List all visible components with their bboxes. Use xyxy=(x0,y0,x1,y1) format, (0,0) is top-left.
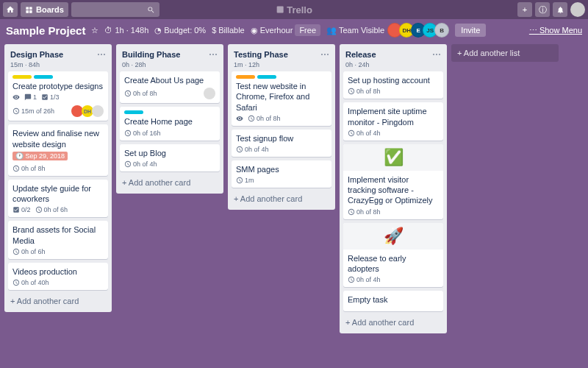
list-menu-icon[interactable]: ⋯ xyxy=(320,49,329,60)
board-time: ⏱ 1h · 148h xyxy=(104,26,148,35)
plus-icon[interactable]: + xyxy=(517,2,532,17)
board-members: DHEJSB xyxy=(390,23,449,38)
card-members: DH xyxy=(73,105,104,117)
list: Design Phase⋯15m · 84hCreate prototype d… xyxy=(4,44,112,312)
budget-label: ◔ Budget: 0% xyxy=(154,26,206,35)
card[interactable]: Test signup flow0h of 4h xyxy=(232,130,331,157)
time-badge: 15m of 26h xyxy=(12,107,54,115)
time-badge: 0h of 4h xyxy=(348,130,381,137)
comment-badge: 1 xyxy=(24,93,37,101)
star-icon[interactable]: ☆ xyxy=(91,26,98,35)
label xyxy=(236,75,255,79)
list: Testing Phase⋯1m · 12hTest new website i… xyxy=(228,44,335,210)
time-badge: 0h of 6h xyxy=(35,206,68,213)
due-badge: 🕐 Sep 29, 2018 xyxy=(12,152,68,160)
card[interactable]: 🚀Release to early adopters0h of 4h xyxy=(343,223,443,288)
card-labels xyxy=(236,75,327,79)
show-menu-button[interactable]: ⋯ Show Menu xyxy=(529,26,582,35)
list-title: Release xyxy=(345,50,376,59)
label xyxy=(124,110,143,114)
card[interactable]: ✅Implement visitor tracking software - C… xyxy=(343,144,443,219)
list: Building Phase⋯0h · 28hCreate About Us p… xyxy=(116,44,223,194)
bell-icon[interactable] xyxy=(553,2,567,17)
user-avatar[interactable] xyxy=(570,2,585,17)
card-title: Set up Blog xyxy=(124,148,215,158)
card[interactable]: Implement site uptime monitor - Pingdom0… xyxy=(343,102,443,141)
card-title: Test new website in Chrome, Firefox and … xyxy=(236,81,327,113)
card-badges: 0/20h of 6h xyxy=(12,206,104,213)
card[interactable]: SMM pages1m xyxy=(232,160,331,188)
search-input[interactable] xyxy=(71,2,159,17)
add-list-button[interactable]: + Add another list xyxy=(451,44,559,62)
trello-logo: Trello xyxy=(276,4,312,15)
card[interactable]: Create Home page0h of 16h xyxy=(120,107,220,140)
home-icon[interactable] xyxy=(3,2,18,17)
list-subtitle: 0h · 28h xyxy=(120,61,220,71)
member-avatar[interactable]: B xyxy=(434,23,449,38)
billable-label: $ Billable xyxy=(212,26,245,35)
time-badge: 0h of 4h xyxy=(236,146,269,153)
card-badges: 0h of 8h xyxy=(124,88,215,99)
card[interactable]: Empty task xyxy=(343,291,443,311)
time-badge: 0h of 4h xyxy=(124,160,157,168)
info-icon[interactable]: ⓘ xyxy=(535,2,550,17)
eye-badge xyxy=(12,93,20,101)
card-badges: 0h of 40h xyxy=(12,279,104,286)
label xyxy=(12,75,32,79)
card-title: Create Home page xyxy=(124,116,215,127)
svg-rect-0 xyxy=(277,7,284,13)
card-title: Implement visitor tracking software - Cr… xyxy=(348,174,439,206)
list-menu-icon[interactable]: ⋯ xyxy=(97,49,106,60)
card[interactable]: Create About Us page0h of 8h xyxy=(120,71,220,103)
list-title: Building Phase xyxy=(122,50,180,59)
card-title: Implement site uptime monitor - Pingdom xyxy=(348,106,439,127)
card[interactable]: Set up hosting account0h of 8h xyxy=(343,71,443,99)
card[interactable]: Brand assets for Social Media0h of 6h xyxy=(8,221,108,259)
board-title: Sample Project xyxy=(6,24,85,37)
topbar: Boards Trello + ⓘ xyxy=(0,0,588,19)
card-member-avatar xyxy=(92,105,104,117)
card-badges: 0h of 4h xyxy=(348,276,439,283)
card[interactable]: Test new website in Chrome, Firefox and … xyxy=(232,71,331,126)
card-members xyxy=(205,88,215,99)
list-subtitle: 1m · 12h xyxy=(232,61,331,71)
card[interactable]: Review and finalise new website design🕐 … xyxy=(8,124,108,176)
time-badge: 0h of 8h xyxy=(12,165,46,172)
card[interactable]: Update style guide for coworkers0/20h of… xyxy=(8,180,108,218)
board-header: Sample Project ☆ ⏱ 1h · 148h ◔ Budget: 0… xyxy=(0,19,588,41)
time-badge: 1m xyxy=(236,177,254,184)
time-badge: 0h of 8h xyxy=(124,90,157,97)
card[interactable]: Create prototype designs11/315m of 26hDH xyxy=(8,71,108,121)
card[interactable]: Videos production0h of 40h xyxy=(8,263,108,290)
add-card-button[interactable]: + Add another card xyxy=(343,315,443,330)
time-badge: 0h of 16h xyxy=(124,130,161,137)
check-badge: 0/2 xyxy=(12,206,31,213)
add-card-button[interactable]: + Add another card xyxy=(8,294,108,308)
time-badge: 0h of 6h xyxy=(12,248,46,255)
add-card-button[interactable]: + Add another card xyxy=(232,191,331,206)
list-menu-icon[interactable]: ⋯ xyxy=(209,49,218,60)
list: Release⋯0h · 24hSet up hosting account0h… xyxy=(340,44,447,333)
list-title: Testing Phase xyxy=(234,50,288,59)
boards-button[interactable]: Boards xyxy=(21,2,68,17)
card-title: Review and finalise new website design xyxy=(12,128,104,149)
time-badge: 0h of 8h xyxy=(248,115,281,122)
card-badges: 1m xyxy=(236,177,327,184)
time-badge: 0h of 8h xyxy=(348,88,381,95)
invite-button[interactable]: Invite xyxy=(455,24,486,37)
card-badges: 0h of 4h xyxy=(236,146,327,153)
list-menu-icon[interactable]: ⋯ xyxy=(432,49,441,60)
card-labels xyxy=(124,110,215,114)
add-card-button[interactable]: + Add another card xyxy=(120,175,220,190)
card-title: Create About Us page xyxy=(124,75,215,85)
card-badges: 0h of 4h xyxy=(124,160,215,168)
everhour-label: ◉ Everhour Free xyxy=(251,24,320,36)
card-title: Brand assets for Social Media xyxy=(12,224,104,246)
list-subtitle: 0h · 24h xyxy=(343,61,443,71)
time-badge: 0h of 40h xyxy=(12,279,49,286)
check-badge: 1/3 xyxy=(41,93,60,101)
card[interactable]: Set up Blog0h of 4h xyxy=(120,144,220,171)
label xyxy=(34,75,53,79)
card-badges: 🕐 Sep 29, 20180h of 8h xyxy=(12,152,104,172)
card-title: Update style guide for coworkers xyxy=(12,183,104,205)
